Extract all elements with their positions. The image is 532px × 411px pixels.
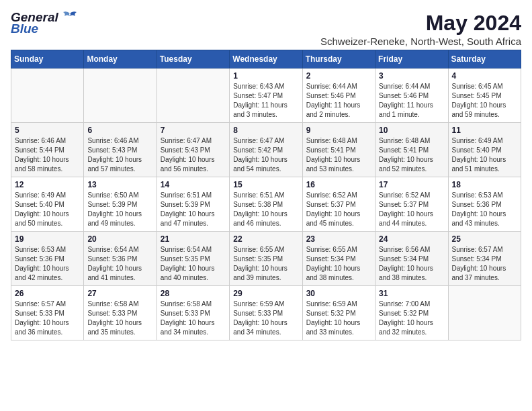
logo: General Blue [11, 11, 79, 36]
calendar-cell: 16Sunrise: 6:52 AM Sunset: 5:37 PM Dayli… [302, 177, 375, 232]
calendar-header-row: SundayMondayTuesdayWednesdayThursdayFrid… [11, 50, 521, 68]
day-number: 8 [233, 126, 298, 135]
calendar-cell: 3Sunrise: 6:44 AM Sunset: 5:46 PM Daylig… [375, 68, 448, 123]
day-info: Sunrise: 6:54 AM Sunset: 5:35 PM Dayligh… [161, 245, 226, 283]
calendar-cell: 12Sunrise: 6:49 AM Sunset: 5:40 PM Dayli… [11, 177, 84, 232]
day-info: Sunrise: 6:48 AM Sunset: 5:41 PM Dayligh… [379, 136, 444, 174]
calendar-cell: 4Sunrise: 6:45 AM Sunset: 5:45 PM Daylig… [448, 68, 521, 123]
day-number: 1 [233, 71, 298, 81]
day-info: Sunrise: 6:44 AM Sunset: 5:46 PM Dayligh… [379, 82, 444, 120]
calendar-day-header: Monday [84, 50, 157, 68]
day-number: 5 [15, 126, 80, 135]
day-number: 14 [161, 180, 226, 189]
day-number: 24 [379, 234, 444, 244]
title-section: May 2024 Schweizer-Reneke, North-West, S… [320, 11, 521, 47]
calendar-week-row: 1Sunrise: 6:43 AM Sunset: 5:47 PM Daylig… [11, 68, 521, 123]
calendar-cell: 23Sunrise: 6:55 AM Sunset: 5:34 PM Dayli… [302, 232, 375, 286]
subtitle: Schweizer-Reneke, North-West, South Afri… [320, 36, 521, 47]
day-number: 18 [452, 180, 517, 189]
day-number: 4 [452, 71, 517, 81]
day-info: Sunrise: 6:50 AM Sunset: 5:39 PM Dayligh… [87, 191, 152, 228]
day-info: Sunrise: 6:52 AM Sunset: 5:37 PM Dayligh… [306, 191, 371, 228]
day-info: Sunrise: 6:53 AM Sunset: 5:36 PM Dayligh… [452, 191, 517, 228]
day-info: Sunrise: 6:57 AM Sunset: 5:33 PM Dayligh… [15, 300, 80, 337]
calendar-cell [84, 68, 157, 123]
day-info: Sunrise: 6:48 AM Sunset: 5:41 PM Dayligh… [306, 136, 371, 174]
day-info: Sunrise: 6:59 AM Sunset: 5:33 PM Dayligh… [233, 300, 298, 337]
calendar-cell: 5Sunrise: 6:46 AM Sunset: 5:44 PM Daylig… [11, 123, 84, 177]
day-info: Sunrise: 6:51 AM Sunset: 5:39 PM Dayligh… [161, 191, 226, 228]
day-info: Sunrise: 6:53 AM Sunset: 5:36 PM Dayligh… [15, 245, 80, 283]
day-info: Sunrise: 6:55 AM Sunset: 5:34 PM Dayligh… [306, 245, 371, 283]
calendar-cell: 22Sunrise: 6:55 AM Sunset: 5:35 PM Dayli… [230, 232, 302, 286]
month-title: May 2024 [320, 11, 521, 36]
day-info: Sunrise: 6:47 AM Sunset: 5:43 PM Dayligh… [161, 136, 226, 174]
day-number: 16 [306, 180, 371, 189]
day-number: 22 [233, 234, 298, 244]
calendar-cell: 15Sunrise: 6:51 AM Sunset: 5:38 PM Dayli… [230, 177, 302, 232]
calendar-cell [448, 286, 521, 340]
calendar-cell: 28Sunrise: 6:58 AM Sunset: 5:33 PM Dayli… [157, 286, 229, 340]
calendar-week-row: 19Sunrise: 6:53 AM Sunset: 5:36 PM Dayli… [11, 232, 521, 286]
day-number: 10 [379, 126, 444, 135]
day-info: Sunrise: 6:45 AM Sunset: 5:45 PM Dayligh… [452, 82, 517, 120]
day-number: 20 [87, 234, 152, 244]
day-info: Sunrise: 6:55 AM Sunset: 5:35 PM Dayligh… [233, 245, 298, 283]
calendar-cell: 10Sunrise: 6:48 AM Sunset: 5:41 PM Dayli… [375, 123, 448, 177]
calendar-cell: 17Sunrise: 6:52 AM Sunset: 5:37 PM Dayli… [375, 177, 448, 232]
day-info: Sunrise: 6:51 AM Sunset: 5:38 PM Dayligh… [233, 191, 298, 228]
page-header: General Blue May 2024 Schweizer-Reneke, … [11, 11, 521, 47]
day-number: 12 [15, 180, 80, 189]
day-info: Sunrise: 6:49 AM Sunset: 5:40 PM Dayligh… [452, 136, 517, 174]
calendar-cell: 26Sunrise: 6:57 AM Sunset: 5:33 PM Dayli… [11, 286, 84, 340]
calendar-cell: 25Sunrise: 6:57 AM Sunset: 5:34 PM Dayli… [448, 232, 521, 286]
calendar-cell: 14Sunrise: 6:51 AM Sunset: 5:39 PM Dayli… [157, 177, 229, 232]
calendar-cell [157, 68, 229, 123]
calendar-cell: 13Sunrise: 6:50 AM Sunset: 5:39 PM Dayli… [84, 177, 157, 232]
calendar-cell: 30Sunrise: 6:59 AM Sunset: 5:32 PM Dayli… [302, 286, 375, 340]
calendar-cell: 8Sunrise: 6:47 AM Sunset: 5:42 PM Daylig… [230, 123, 302, 177]
day-number: 15 [233, 180, 298, 189]
calendar-cell [11, 68, 84, 123]
calendar-cell: 19Sunrise: 6:53 AM Sunset: 5:36 PM Dayli… [11, 232, 84, 286]
day-number: 21 [161, 234, 226, 244]
day-number: 25 [452, 234, 517, 244]
day-info: Sunrise: 6:57 AM Sunset: 5:34 PM Dayligh… [452, 245, 517, 283]
day-info: Sunrise: 6:44 AM Sunset: 5:46 PM Dayligh… [306, 82, 371, 120]
day-info: Sunrise: 6:43 AM Sunset: 5:47 PM Dayligh… [233, 82, 298, 120]
calendar-cell: 7Sunrise: 6:47 AM Sunset: 5:43 PM Daylig… [157, 123, 229, 177]
calendar-week-row: 5Sunrise: 6:46 AM Sunset: 5:44 PM Daylig… [11, 123, 521, 177]
day-number: 27 [87, 289, 152, 298]
calendar-cell: 2Sunrise: 6:44 AM Sunset: 5:46 PM Daylig… [302, 68, 375, 123]
day-number: 3 [379, 71, 444, 81]
calendar-cell: 29Sunrise: 6:59 AM Sunset: 5:33 PM Dayli… [230, 286, 302, 340]
day-number: 17 [379, 180, 444, 189]
calendar-cell: 11Sunrise: 6:49 AM Sunset: 5:40 PM Dayli… [448, 123, 521, 177]
day-info: Sunrise: 7:00 AM Sunset: 5:32 PM Dayligh… [379, 300, 444, 337]
day-info: Sunrise: 6:49 AM Sunset: 5:40 PM Dayligh… [15, 191, 80, 228]
calendar-cell: 18Sunrise: 6:53 AM Sunset: 5:36 PM Dayli… [448, 177, 521, 232]
day-number: 9 [306, 126, 371, 135]
day-number: 19 [15, 234, 80, 244]
calendar-week-row: 26Sunrise: 6:57 AM Sunset: 5:33 PM Dayli… [11, 286, 521, 340]
calendar-cell: 6Sunrise: 6:46 AM Sunset: 5:43 PM Daylig… [84, 123, 157, 177]
calendar-day-header: Sunday [11, 50, 84, 68]
day-number: 6 [87, 126, 152, 135]
day-number: 23 [306, 234, 371, 244]
day-info: Sunrise: 6:58 AM Sunset: 5:33 PM Dayligh… [161, 300, 226, 337]
day-number: 29 [233, 289, 298, 298]
calendar-cell: 21Sunrise: 6:54 AM Sunset: 5:35 PM Dayli… [157, 232, 229, 286]
day-info: Sunrise: 6:47 AM Sunset: 5:42 PM Dayligh… [233, 136, 298, 174]
calendar-table: SundayMondayTuesdayWednesdayThursdayFrid… [11, 50, 521, 340]
calendar-day-header: Thursday [302, 50, 375, 68]
calendar-day-header: Wednesday [230, 50, 302, 68]
calendar-day-header: Friday [375, 50, 448, 68]
day-info: Sunrise: 6:46 AM Sunset: 5:44 PM Dayligh… [15, 136, 80, 174]
day-info: Sunrise: 6:58 AM Sunset: 5:33 PM Dayligh… [87, 300, 152, 337]
calendar-cell: 31Sunrise: 7:00 AM Sunset: 5:32 PM Dayli… [375, 286, 448, 340]
day-number: 26 [15, 289, 80, 298]
day-info: Sunrise: 6:52 AM Sunset: 5:37 PM Dayligh… [379, 191, 444, 228]
day-number: 28 [161, 289, 226, 298]
day-number: 7 [161, 126, 226, 135]
day-number: 13 [87, 180, 152, 189]
